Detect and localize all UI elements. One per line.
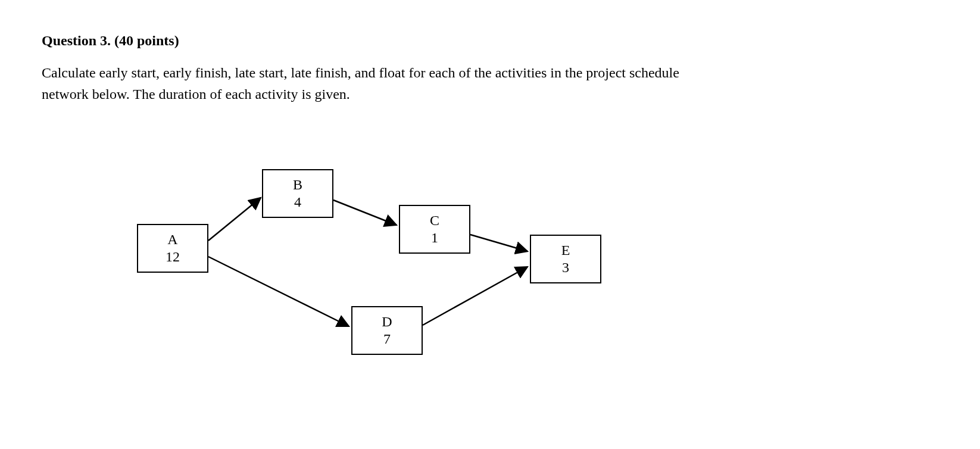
node-b-duration: 4 <box>294 194 301 211</box>
question-prompt: Calculate early start, early finish, lat… <box>42 62 697 105</box>
node-e: E 3 <box>530 235 601 283</box>
node-a-duration: 12 <box>166 248 180 266</box>
node-e-duration: 3 <box>562 259 569 276</box>
node-b-label: B <box>293 176 302 194</box>
node-a: A 12 <box>137 224 208 273</box>
node-c-label: C <box>430 212 439 229</box>
edge-c-e <box>470 235 528 251</box>
node-c: C 1 <box>399 205 470 254</box>
edge-a-b <box>208 198 261 241</box>
node-d-label: D <box>382 313 392 330</box>
question-heading: Question 3. (40 points) <box>42 30 938 51</box>
edge-b-c <box>333 200 397 225</box>
edge-a-d <box>208 257 349 326</box>
node-c-duration: 1 <box>431 229 438 247</box>
network-diagram: A 12 B 4 C 1 D 7 E 3 <box>113 141 649 391</box>
node-d-duration: 7 <box>383 330 391 348</box>
node-a-label: A <box>167 231 177 248</box>
node-e-label: E <box>561 242 570 259</box>
node-d: D 7 <box>351 306 423 355</box>
edge-d-e <box>423 267 528 325</box>
node-b: B 4 <box>262 169 333 218</box>
